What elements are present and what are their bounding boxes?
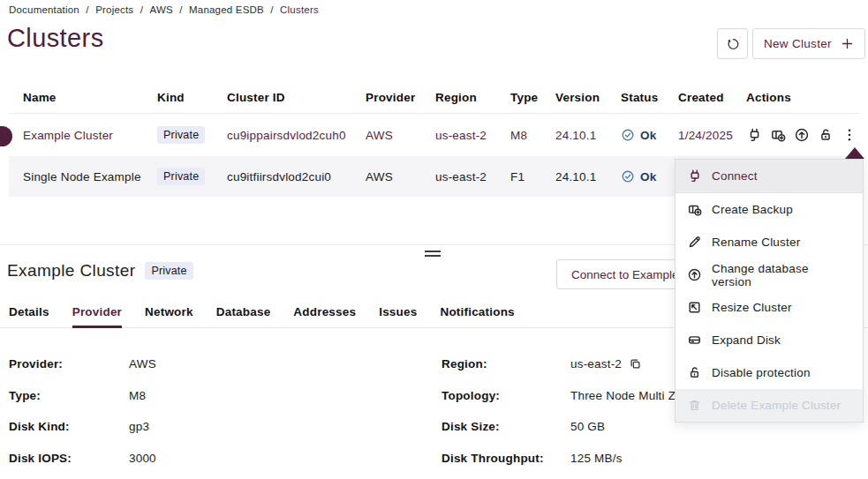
field-value-type: M8 [129,389,156,402]
column-header-version: Version [555,91,621,104]
breadcrumb: Documentation / Projects / AWS / Managed… [9,4,319,15]
menu-item-label: Expand Disk [712,333,781,347]
field-label-disk-iops: Disk IOPS: [9,452,129,465]
resize-icon [687,300,702,315]
detail-fields-left: Provider:AWSType:M8Disk Kind:gp3Disk IOP… [9,357,156,479]
status-ok-icon [621,128,635,142]
cluster-name-cell: Single Node Example [9,170,157,183]
status-label: Ok [640,170,656,183]
field-label-topology: Topology: [442,389,570,402]
version-cell: 24.10.1 [555,129,621,142]
column-header-status: Status [621,91,678,104]
create-backup-icon[interactable] [770,127,786,143]
copy-icon[interactable] [629,357,642,370]
tab-details[interactable]: Details [9,305,49,328]
field-value-text: 50 GB [570,420,605,433]
connect-icon[interactable] [746,127,762,143]
breadcrumb-current: Clusters [280,4,319,15]
menu-item-label: Create Backup [712,203,793,216]
lock-open-icon [687,365,702,380]
field-label-type: Type: [9,389,129,402]
cluster-kind-cell: Private [157,126,227,144]
column-header-type: Type [510,91,555,104]
menu-item-delete-example-cluster: Delete Example Cluster [676,389,863,422]
private-badge: Private [145,262,192,280]
field-value-text: us-east-2 [570,357,622,370]
refresh-icon [725,36,741,52]
arrow-up-circle-icon [687,267,702,282]
menu-item-label: Disable protection [712,366,811,379]
tab-network[interactable]: Network [145,305,193,328]
cluster-id-cell: cu9itfiirsdvlod2cui0 [227,170,366,183]
tab-provider[interactable]: Provider [72,305,122,328]
breadcrumb-item[interactable]: Managed ESDB [189,4,264,15]
field-value-text: gp3 [129,420,149,433]
plus-icon [841,37,854,50]
disk-icon [687,333,702,348]
new-cluster-label: New Cluster [764,37,832,50]
clusters-page: Documentation / Projects / AWS / Managed… [0,0,868,479]
tab-notifications[interactable]: Notifications [440,305,514,328]
version-cell: 24.10.1 [555,170,621,183]
breadcrumb-item[interactable]: AWS [149,4,172,15]
table-header-row: NameKindCluster IDProviderRegionTypeVers… [9,81,859,114]
field-value-text: M8 [129,389,146,402]
field-value-disk-throughput: 125 MB/s [570,452,696,465]
kebab-menu-icon[interactable] [842,127,857,143]
menu-item-disable-protection[interactable]: Disable protection [676,356,863,389]
menu-item-expand-disk[interactable]: Expand Disk [676,324,863,356]
column-header-name: Name [9,91,157,104]
field-value-disk-kind: gp3 [129,420,156,433]
tab-database[interactable]: Database [216,305,271,328]
refresh-button[interactable] [717,28,748,59]
backup-icon [687,202,702,217]
page-title: Clusters [7,24,104,53]
status-cell: Ok [621,128,678,142]
field-label-disk-throughput: Disk Throughput: [442,452,570,465]
plug-icon [687,168,702,183]
breadcrumb-separator: / [177,4,185,15]
protection-icon[interactable] [818,127,834,143]
panel-drag-handle[interactable] [425,251,441,257]
new-cluster-button[interactable]: New Cluster [752,28,865,59]
detail-fields-right: Region:us-east-2Topology:Three Node Mult… [442,357,696,479]
field-label-disk-size: Disk Size: [442,420,570,433]
region-cell: us-east-2 [435,170,510,183]
menu-item-create-backup[interactable]: Create Backup [676,193,863,226]
menu-item-label: Resize Cluster [712,301,792,314]
menu-item-resize-cluster[interactable]: Resize Cluster [676,291,863,324]
field-value-text: AWS [129,357,156,370]
field-value-provider: AWS [129,357,156,370]
cluster-kind-cell: Private [157,168,227,185]
column-header-provider: Provider [366,91,435,104]
table-row[interactable]: Example ClusterPrivatecu9ippairsdvlod2cu… [9,114,859,156]
field-label-region: Region: [442,357,570,370]
region-cell: us-east-2 [435,129,510,142]
breadcrumb-item[interactable]: Projects [95,4,133,15]
menu-item-connect[interactable]: Connect [676,160,863,193]
pencil-icon [687,235,702,250]
tab-issues[interactable]: Issues [379,305,417,328]
field-value-disk-iops: 3000 [129,452,156,465]
cluster-name-cell: Example Cluster [9,129,157,142]
actions-cell [746,127,859,143]
menu-item-rename-cluster[interactable]: Rename Cluster [676,226,863,258]
field-value-text: 125 MB/s [570,452,623,465]
menu-item-label: Delete Example Cluster [712,399,841,412]
kind-badge: Private [157,126,205,144]
tab-addresses[interactable]: Addresses [293,305,356,328]
breadcrumb-item[interactable]: Documentation [9,4,79,15]
status-ok-icon [621,169,635,183]
status-label: Ok [640,129,656,142]
trash-icon [687,398,702,413]
menu-item-change-database-version[interactable]: Change database version [676,258,863,291]
type-cell: F1 [510,170,555,183]
provider-cell: AWS [366,129,435,142]
menu-item-label: Connect [712,169,758,183]
breadcrumb-separator: / [83,4,92,15]
created-cell: 1/24/2025 [678,129,746,142]
column-header-cluster-id: Cluster ID [227,91,366,104]
change-version-icon[interactable] [794,127,810,143]
provider-cell: AWS [366,170,435,183]
menu-item-label: Rename Cluster [712,236,800,249]
